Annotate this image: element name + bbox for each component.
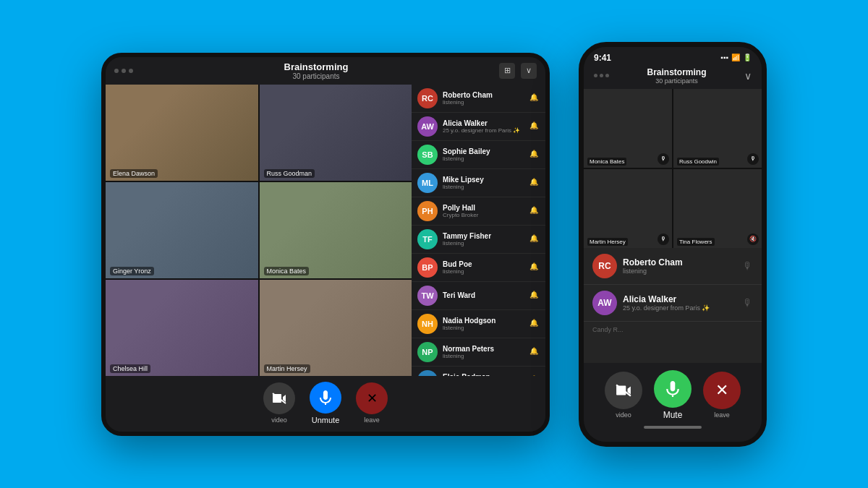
mic-tammy: 🔔 <box>529 234 540 244</box>
phone-mute-button[interactable]: Mute <box>654 370 692 420</box>
avatar-nadia: NH <box>417 314 438 334</box>
phone-name-alicia: Alicia Walker <box>623 294 737 304</box>
participant-tammy[interactable]: TF Tammy Fisher listening 🔔 <box>412 226 545 254</box>
mute-circle <box>310 382 341 414</box>
video-cell-monica: Monica Bates <box>260 182 412 278</box>
participant-bud[interactable]: BP Bud Poe listening 🔔 <box>412 254 545 282</box>
wifi-icon: 📶 <box>731 53 740 61</box>
phone-video-cell-martin: Martin Hersey 🎙 <box>584 169 672 248</box>
phone-controls: video Mute ✕ leave <box>584 363 762 442</box>
tablet-title-area: Brainstorming 30 participants <box>284 61 349 80</box>
status-roberto: listening <box>443 99 524 106</box>
phone-title: Brainstorming <box>647 67 706 77</box>
status-sophie: listening <box>443 155 524 162</box>
phone-video-name-russ: Russ Goodwin <box>677 158 719 166</box>
status-polly: Crypto Broker <box>443 212 524 218</box>
phone-mic-icon-alicia: 🎙 <box>743 297 753 309</box>
phone-dots <box>594 74 609 77</box>
video-cell-russ: Russ Goodman <box>260 85 412 181</box>
info-roberto: Roberto Cham listening <box>443 91 524 106</box>
more-participants-hint: Candy R... <box>584 322 762 338</box>
video-name-martin: Martin Hersey <box>264 364 310 373</box>
mic-sophie: 🔔 <box>529 150 540 160</box>
avatar-alicia: AW <box>417 116 438 137</box>
info-bud: Bud Poe listening <box>443 260 524 275</box>
phone-video-button[interactable]: video <box>605 372 642 419</box>
name-sophie: Sophie Bailey <box>443 147 524 155</box>
chevron-down-icon[interactable]: ∨ <box>744 70 752 82</box>
phone-status-roberto: listening <box>623 267 737 275</box>
participants-sidebar: RC Roberto Cham listening 🔔 AW Alicia Wa… <box>412 85 545 376</box>
controls-row: video Unmute ✕ leave <box>263 382 388 424</box>
mute-button[interactable]: Unmute <box>310 382 341 424</box>
info-teri: Teri Ward <box>443 291 524 299</box>
status-norman: listening <box>443 353 524 359</box>
signal-icon: ▪▪▪ <box>720 53 728 61</box>
info-norman: Norman Peters listening <box>443 345 524 359</box>
info-nadia: Nadia Hodgson listening <box>443 317 524 331</box>
avatar-roberto: RC <box>417 88 438 108</box>
avatar-mike: ML <box>417 173 438 193</box>
phone-subtitle: 30 participants <box>647 77 706 85</box>
phone-participant-alicia[interactable]: AW Alicia Walker 25 y.o. designer from P… <box>584 285 762 322</box>
phone-video-cell-monica: Monica Bates 🎙 <box>584 89 672 168</box>
mic-alicia: 🔔 <box>529 121 540 132</box>
phone-video-circle <box>605 372 642 409</box>
info-sophie: Sophie Bailey listening <box>443 147 524 162</box>
phone-status-alicia: 25 y.o. designer from Paris ✨ <box>623 304 737 312</box>
chevron-down-icon[interactable]: ∨ <box>521 63 537 79</box>
phone-participants: RC Roberto Cham listening 🎙 AW Alicia Wa… <box>584 248 762 363</box>
phone-notch-area: 9:41 ▪▪▪ 📶 🔋 <box>584 47 762 66</box>
phone-device: 9:41 ▪▪▪ 📶 🔋 Brainstorming 30 participan… <box>579 42 767 447</box>
avatar-polly: PH <box>417 201 438 221</box>
participant-polly[interactable]: PH Polly Hall Crypto Broker 🔔 <box>412 197 545 226</box>
phone-participant-roberto[interactable]: RC Roberto Cham listening 🎙 <box>584 248 762 285</box>
video-cell-bg-elena: Elena Dawson <box>106 85 258 181</box>
name-alicia: Alicia Walker <box>443 119 524 127</box>
phone-leave-button[interactable]: ✕ leave <box>703 372 741 419</box>
video-button[interactable]: video <box>263 382 295 424</box>
phone-mic-tina: 🔇 <box>747 234 759 245</box>
name-norman: Norman Peters <box>443 345 524 353</box>
phone-dot-2 <box>600 74 603 77</box>
tablet-subtitle: 30 participants <box>284 72 349 80</box>
participant-sophie[interactable]: SB Sophie Bailey listening 🔔 <box>412 141 545 169</box>
participant-roberto[interactable]: RC Roberto Cham listening 🔔 <box>412 85 545 113</box>
name-mike: Mike Lipsey <box>443 176 524 184</box>
tablet-header-icons: ⊞ ∨ <box>499 63 537 79</box>
video-name-monica: Monica Bates <box>264 267 310 275</box>
devices-container: Brainstorming 30 participants ⊞ ∨ Elena … <box>101 42 767 447</box>
grid-view-icon[interactable]: ⊞ <box>499 63 515 79</box>
avatar-teri: TW <box>417 286 438 306</box>
video-cell-bg-martin: Martin Hersey <box>260 280 412 376</box>
phone-mic-martin: 🎙 <box>658 234 669 245</box>
name-teri: Teri Ward <box>443 291 524 299</box>
phone-time: 9:41 <box>594 53 611 63</box>
phone-avatar-alicia: AW <box>592 291 617 315</box>
participant-mike[interactable]: ML Mike Lipsey listening 🔔 <box>412 169 545 197</box>
video-cell-bg-chelsea: Chelsea Hill <box>106 280 258 376</box>
tablet-header: Brainstorming 30 participants ⊞ ∨ <box>106 57 545 85</box>
phone-video-name-martin: Martin Hersey <box>587 238 628 246</box>
status-bud: listening <box>443 268 524 275</box>
tablet-device: Brainstorming 30 participants ⊞ ∨ Elena … <box>101 53 550 436</box>
participant-alicia[interactable]: AW Alicia Walker 25 y.o. designer from P… <box>412 113 545 141</box>
participant-nadia[interactable]: NH Nadia Hodgson listening 🔔 <box>412 310 545 338</box>
leave-label: leave <box>364 416 380 424</box>
video-name-russ: Russ Goodman <box>264 169 315 178</box>
mic-mike: 🔔 <box>529 178 540 188</box>
mic-bud: 🔔 <box>529 262 540 273</box>
phone-video-grid: Monica Bates 🎙 Russ Goodwin 🎙 Martin Her… <box>584 89 762 248</box>
phone-leave-circle: ✕ <box>703 372 741 409</box>
leave-button[interactable]: ✕ leave <box>356 382 388 424</box>
phone-header: Brainstorming 30 participants ∨ <box>584 66 762 89</box>
phone-mic-russ: 🎙 <box>747 153 759 165</box>
tablet-dot-2 <box>122 69 126 73</box>
mute-label: Unmute <box>312 416 340 424</box>
participant-elsie[interactable]: EB Elsie Badman listening 🔔 <box>412 367 545 376</box>
participant-norman[interactable]: NP Norman Peters listening 🔔 <box>412 338 545 367</box>
phone-dot-1 <box>594 74 597 77</box>
participant-teri[interactable]: TW Teri Ward 🔔 <box>412 282 545 310</box>
phone-controls-row: video Mute ✕ leave <box>605 370 741 420</box>
name-tammy: Tammy Fisher <box>443 232 524 240</box>
